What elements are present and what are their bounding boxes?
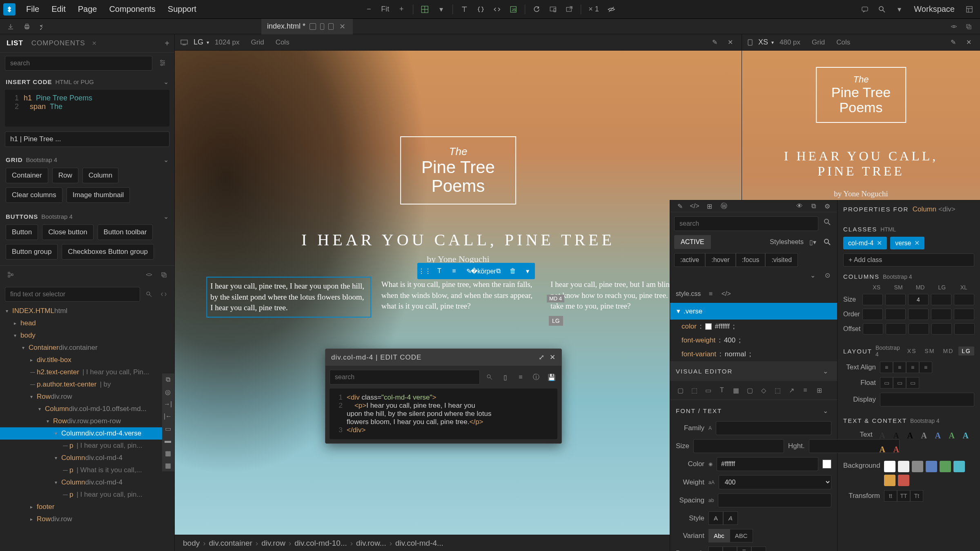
decoration-strike-button[interactable]: T: [751, 547, 766, 551]
code-icon[interactable]: [158, 289, 169, 300]
row-icon[interactable]: ▬: [162, 435, 174, 447]
copy-icon[interactable]: [158, 269, 169, 280]
tree-item[interactable]: ▸Row div.row: [0, 513, 174, 525]
bg-color-swatch[interactable]: [898, 475, 909, 486]
chevron-down-icon[interactable]: ⌄: [820, 405, 831, 416]
text-color-swatch[interactable]: A: [891, 444, 902, 455]
tt-lower-button[interactable]: tt: [884, 490, 897, 502]
grid-toggle-button[interactable]: [417, 2, 432, 17]
filter-icon[interactable]: [156, 56, 169, 70]
menu-icon[interactable]: ≡: [705, 288, 716, 300]
breadcrumb[interactable]: div.row: [261, 539, 285, 548]
grid-chip[interactable]: Clear columns: [6, 187, 62, 203]
visibility-toggle[interactable]: [604, 2, 619, 17]
display-input[interactable]: [880, 393, 974, 407]
breadcrumb[interactable]: div.container: [209, 539, 252, 548]
tree-item[interactable]: —h2.text-center | I hear you call, Pin..…: [0, 366, 174, 378]
workspace-label[interactable]: Workspace: [909, 4, 960, 14]
copy-icon[interactable]: [963, 21, 974, 32]
tab-components-close-icon[interactable]: ✕: [92, 40, 97, 47]
move-left-icon[interactable]: |←: [162, 410, 174, 422]
remove-class-icon[interactable]: ✕: [877, 239, 882, 247]
columns-icon[interactable]: ▭: [162, 422, 174, 435]
decoration-overline-button[interactable]: T̅: [737, 547, 751, 551]
tree-item[interactable]: ▾Column div.col-md-4: [0, 452, 174, 464]
weight-select[interactable]: 400: [719, 475, 831, 489]
more-icon[interactable]: ▾: [520, 263, 535, 279]
tree-item[interactable]: ▾INDEX.HTML html: [0, 305, 174, 317]
decoration-underline-button[interactable]: T: [723, 547, 737, 551]
class-chip[interactable]: col-md-4 ✕: [843, 237, 887, 249]
variant-smallcaps-button[interactable]: ABC: [730, 529, 753, 542]
file-tab[interactable]: index.html * ✕: [261, 19, 353, 34]
ve-border-icon[interactable]: ▦: [730, 384, 742, 396]
tab-components[interactable]: COMPONENTS: [30, 37, 87, 50]
align-icon[interactable]: ≡: [447, 263, 461, 279]
ve-shadow-icon[interactable]: ▢: [744, 384, 756, 396]
xs-poem-heading[interactable]: I HEAR YOU CALL,PINE TREE: [784, 149, 938, 179]
grid-size-input[interactable]: [885, 309, 906, 320]
wrap-icon[interactable]: ≡: [515, 371, 526, 383]
tree-item[interactable]: —p | I hear you call, pin...: [0, 440, 174, 452]
grid-size-input[interactable]: [931, 309, 951, 320]
desktop-view-icon[interactable]: [310, 23, 316, 30]
class-chip[interactable]: verse ✕: [890, 237, 924, 249]
css-property[interactable]: color: #ffffff;: [670, 320, 837, 333]
brush-icon[interactable]: ✎: [947, 37, 959, 48]
grid-size-input[interactable]: [931, 323, 952, 335]
tree-structure-icon[interactable]: [5, 269, 16, 280]
grid-size-input[interactable]: [909, 323, 929, 335]
mobile-view-icon[interactable]: [320, 23, 324, 30]
add-class-button[interactable]: + Add class: [843, 253, 974, 267]
tree-item[interactable]: ▸head: [0, 317, 174, 329]
tree-item[interactable]: ▾Row div.row: [0, 391, 174, 403]
ve-box-icon[interactable]: ▭: [702, 384, 714, 396]
ve-t-icon[interactable]: T: [716, 384, 728, 396]
cols-toggle[interactable]: Cols: [276, 38, 290, 47]
close-icon[interactable]: ✕: [550, 353, 556, 362]
tree-item[interactable]: ▸div.title-box: [0, 354, 174, 366]
tree-item[interactable]: —p | What is it you call,...: [0, 464, 174, 476]
app-logo[interactable]: [3, 3, 16, 16]
style-italic-button[interactable]: A: [723, 511, 738, 525]
grid-toggle[interactable]: Grid: [251, 38, 264, 47]
decoration-none-button[interactable]: T: [708, 547, 723, 551]
spacing-input[interactable]: [718, 493, 831, 507]
viewport-lg-label[interactable]: LG: [194, 38, 203, 47]
chevron-down-icon[interactable]: ▾: [207, 40, 209, 45]
grid-size-input[interactable]: [863, 323, 883, 335]
button-chip[interactable]: Button group: [6, 244, 58, 260]
verse-2[interactable]: What is it you call, pine tree, when the…: [381, 279, 538, 315]
search-icon[interactable]: [484, 371, 495, 383]
text-color-swatch[interactable]: A: [960, 430, 971, 441]
code-icon[interactable]: </>: [720, 288, 732, 300]
ve-flex-icon[interactable]: ⬚: [771, 384, 784, 396]
css-property[interactable]: font-variant: normal;: [670, 347, 837, 361]
text-color-swatch[interactable]: A: [918, 430, 930, 441]
ve-grid-icon[interactable]: ⊞: [813, 384, 825, 396]
preview-lg[interactable]: The Pine TreePoems I HEAR YOU CALL, PINE…: [175, 51, 742, 551]
color-picker-icon[interactable]: ◉: [708, 461, 713, 467]
color-input[interactable]: [717, 457, 818, 471]
tree-item[interactable]: —p.author.text-center | by: [0, 378, 174, 391]
delete-icon[interactable]: 🗑: [506, 263, 520, 279]
stylesheet-dropdown[interactable]: ▯▾: [807, 236, 818, 248]
search-dropdown[interactable]: ▾: [892, 2, 906, 17]
brush-icon[interactable]: ✎: [674, 200, 686, 212]
ve-transform-icon[interactable]: ◇: [757, 384, 770, 396]
bg-color-swatch[interactable]: [898, 461, 909, 472]
tree-search-input[interactable]: [5, 287, 140, 302]
grid-size-input[interactable]: [862, 294, 883, 305]
bg-color-swatch[interactable]: [884, 475, 895, 486]
tree-item[interactable]: ▾Row div.row.poem-row: [0, 415, 174, 427]
button-chip[interactable]: Button toolbar: [98, 224, 153, 240]
bookmark-icon[interactable]: ▯: [499, 371, 511, 383]
settings-icon[interactable]: ⚙: [822, 200, 833, 212]
stylesheets-label[interactable]: Stylesheets: [770, 238, 804, 246]
layout-bp-tab[interactable]: MD: [940, 347, 957, 355]
text-tool-button[interactable]: [457, 2, 472, 17]
float-right-button[interactable]: ▭: [906, 377, 919, 389]
menu-file[interactable]: File: [20, 1, 45, 17]
xs-poem-author[interactable]: by Yone Noguchi: [834, 189, 888, 198]
components-search-input[interactable]: [5, 56, 152, 71]
